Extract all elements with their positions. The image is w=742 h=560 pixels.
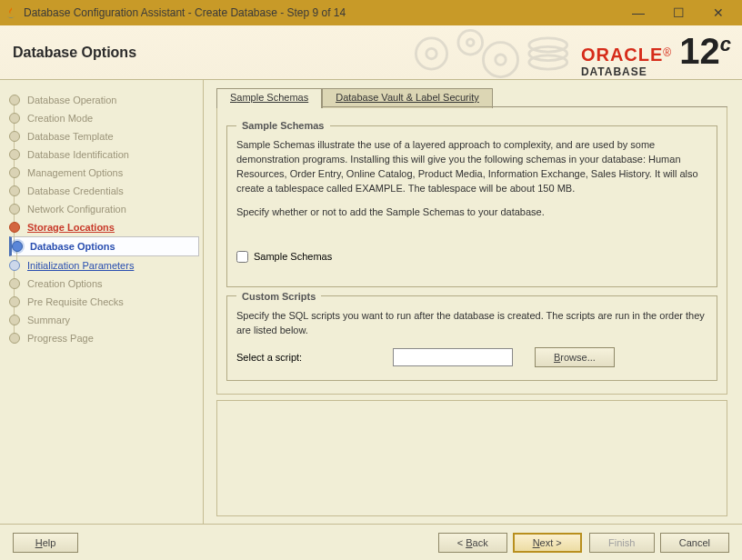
svg-point-1 xyxy=(426,48,436,58)
custom-scripts-legend: Custom Scripts xyxy=(236,291,321,302)
sidebar-step-label: Database Credentials xyxy=(27,185,124,196)
maximize-button[interactable]: ☐ xyxy=(658,3,698,23)
tab-label: atabase Vault & Label Security xyxy=(343,92,479,103)
sidebar-step-label: Storage Locations xyxy=(27,222,115,233)
step-dot-icon xyxy=(9,204,20,215)
sidebar-step-10[interactable]: Initialization Parameters xyxy=(9,256,199,275)
sidebar-step-label: Creation Options xyxy=(27,278,103,289)
sample-schemas-checkbox[interactable] xyxy=(236,251,248,263)
tab-label: ample Schemas xyxy=(236,92,308,103)
step-dot-icon xyxy=(9,95,20,105)
svg-point-4 xyxy=(484,43,518,77)
script-path-input[interactable] xyxy=(393,348,513,366)
custom-scripts-group: Custom Scripts Specify the SQL scripts y… xyxy=(226,291,717,381)
svg-point-8 xyxy=(529,55,567,69)
wizard-sidebar: Database OperationCreation ModeDatabase … xyxy=(0,80,204,524)
sidebar-step-label: Progress Page xyxy=(27,333,94,344)
sample-schemas-checkbox-label: Sample Schemas xyxy=(254,251,332,262)
sample-schemas-description: Sample Schemas illustrate the use of a l… xyxy=(236,138,707,196)
browse-button[interactable]: Browse... xyxy=(535,347,615,367)
sample-schemas-legend: Sample Schemas xyxy=(236,120,330,131)
sidebar-step-label: Management Options xyxy=(27,167,123,178)
step-dot-icon xyxy=(9,149,20,160)
step-dot-icon xyxy=(9,167,20,178)
sidebar-step-8[interactable]: Storage Locations xyxy=(9,218,199,236)
step-dot-icon xyxy=(9,222,20,233)
oracle-logo: ORACLE® DATABASE 12c xyxy=(581,33,731,78)
page-title: Database Options xyxy=(13,45,136,61)
step-dot-icon xyxy=(12,241,23,252)
step-dot-icon xyxy=(9,185,20,196)
svg-point-0 xyxy=(416,38,446,69)
tab-database-vault[interactable]: Database Vault & Label Security xyxy=(322,88,493,108)
svg-point-2 xyxy=(458,30,483,55)
brand-bottom: DATABASE xyxy=(581,65,647,78)
svg-point-6 xyxy=(529,46,567,60)
step-dot-icon xyxy=(9,315,20,325)
sidebar-step-label: Network Configuration xyxy=(27,204,126,215)
wizard-footer: Help < Back Next > Finish Cancel xyxy=(0,524,742,560)
sidebar-step-label: Database Identification xyxy=(27,149,129,160)
next-button[interactable]: Next > xyxy=(513,533,582,553)
sidebar-step-13: Summary xyxy=(9,311,199,329)
step-dot-icon xyxy=(9,278,20,289)
step-dot-icon xyxy=(9,333,20,344)
message-area xyxy=(216,400,727,516)
close-button[interactable]: ✕ xyxy=(698,3,738,23)
version-label: 12c xyxy=(679,33,731,69)
sidebar-step-6: Database Credentials xyxy=(9,182,199,200)
sample-schemas-prompt: Specify whether or not to add the Sample… xyxy=(236,205,707,220)
brand-top: ORACLE xyxy=(581,45,663,65)
sidebar-step-11: Creation Options xyxy=(9,275,199,293)
wizard-header: Database Options ORACLE® DATABASE 12c xyxy=(0,25,742,80)
sidebar-step-label: Database Template xyxy=(27,131,114,142)
sidebar-step-3: Database Template xyxy=(9,127,199,145)
sidebar-step-2: Creation Mode xyxy=(9,109,199,127)
sidebar-step-label: Initialization Parameters xyxy=(27,260,134,271)
sidebar-step-label: Summary xyxy=(27,315,70,325)
minimize-button[interactable]: — xyxy=(618,3,658,23)
wizard-content: Sample Schemas Database Vault & Label Se… xyxy=(204,80,742,524)
sidebar-step-9[interactable]: Database Options xyxy=(9,236,199,256)
select-script-label: Select a script: xyxy=(236,352,386,363)
sidebar-step-7: Network Configuration xyxy=(9,200,199,218)
svg-point-5 xyxy=(496,55,506,65)
tab-bar: Sample Schemas Database Vault & Label Se… xyxy=(216,87,727,107)
cancel-button[interactable]: Cancel xyxy=(660,533,729,553)
window-title: Database Configuration Assistant - Creat… xyxy=(24,6,618,19)
step-dot-icon xyxy=(9,260,20,271)
sidebar-step-label: Database Operation xyxy=(27,95,116,105)
custom-scripts-description: Specify the SQL scripts you want to run … xyxy=(236,309,707,338)
tab-panel: Sample Schemas Sample Schemas illustrate… xyxy=(216,107,727,395)
svg-point-7 xyxy=(529,38,567,52)
sidebar-step-12: Pre Requisite Checks xyxy=(9,293,199,311)
java-icon xyxy=(4,5,18,20)
step-dot-icon xyxy=(9,113,20,124)
step-dot-icon xyxy=(9,131,20,142)
svg-point-3 xyxy=(466,39,474,46)
sidebar-step-4: Database Identification xyxy=(9,145,199,164)
tab-sample-schemas[interactable]: Sample Schemas xyxy=(216,88,322,108)
sidebar-step-1: Database Operation xyxy=(9,91,199,109)
sample-schemas-group: Sample Schemas Sample Schemas illustrate… xyxy=(226,120,717,287)
sidebar-step-label: Database Options xyxy=(30,241,115,252)
window-titlebar: Database Configuration Assistant - Creat… xyxy=(0,0,742,25)
sidebar-step-label: Creation Mode xyxy=(27,113,93,124)
step-dot-icon xyxy=(9,296,20,307)
gears-decoration-icon xyxy=(406,25,578,80)
sidebar-step-5: Management Options xyxy=(9,164,199,182)
finish-button[interactable]: Finish xyxy=(589,533,655,553)
sidebar-step-14: Progress Page xyxy=(9,329,199,347)
help-button[interactable]: Help xyxy=(13,533,78,553)
back-button[interactable]: < Back xyxy=(438,533,507,553)
sidebar-step-label: Pre Requisite Checks xyxy=(27,296,124,307)
